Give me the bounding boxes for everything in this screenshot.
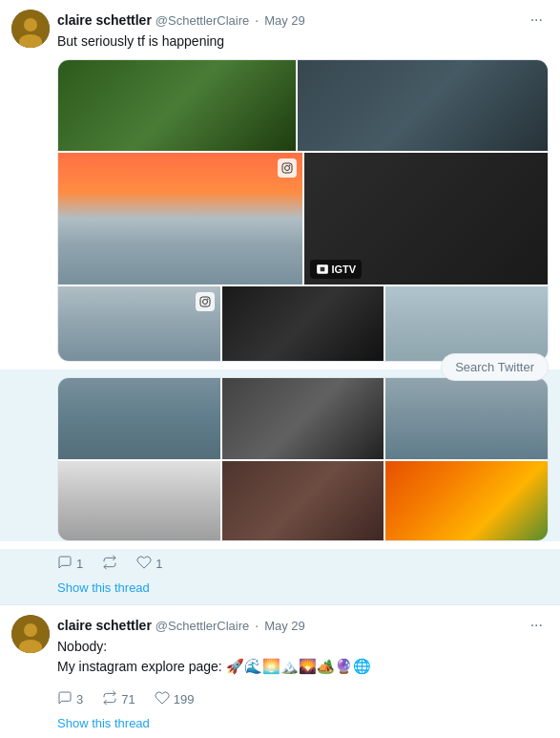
like-count-1: 1	[156, 557, 162, 571]
tweet-1: claire schettler @SchettlerClaire · May …	[0, 0, 560, 605]
show-thread-2[interactable]: Show this thread	[57, 712, 549, 738]
tweet-date-1: May 29	[264, 13, 305, 28]
more-options-2[interactable]: ···	[525, 615, 549, 636]
svg-rect-8	[200, 297, 210, 306]
user-handle-1[interactable]: @SchettlerClaire	[156, 13, 249, 28]
tweet-2: claire schettler @SchettlerClaire · May …	[0, 605, 560, 738]
igtv-label: IGTV	[332, 264, 357, 275]
svg-point-4	[284, 165, 289, 170]
media-cell-building3[interactable]	[384, 378, 548, 459]
media-cell-mountains[interactable]	[58, 153, 302, 285]
media-cell-interior2[interactable]	[220, 378, 384, 459]
avatar-1[interactable]	[11, 10, 50, 48]
svg-rect-3	[282, 163, 292, 173]
retweet-count-2: 71	[121, 692, 135, 706]
media-cell-tall-building[interactable]	[58, 286, 220, 361]
action-bar-2: 3 71 199	[57, 685, 549, 712]
svg-point-10	[207, 298, 209, 300]
like-button-2[interactable]: 199	[155, 690, 195, 708]
tweet-text-1: But seriously tf is happening	[57, 32, 549, 52]
media-grid-1: IGTV	[57, 59, 549, 362]
media-cell-igtv[interactable]: IGTV	[302, 153, 549, 285]
tweet-date-2: May 29	[264, 619, 305, 633]
tweet-emojis-2: 🚀🌊🌅🏔️🌄🏕️🔮🌐	[226, 658, 371, 674]
avatar-2[interactable]	[11, 615, 50, 653]
media-cell-building2[interactable]	[384, 286, 548, 361]
reply-icon-1	[57, 555, 73, 573]
retweet-icon-1	[102, 555, 117, 573]
svg-point-5	[289, 164, 291, 166]
media-cell-drawing[interactable]	[296, 60, 548, 151]
instagram-badge-2	[196, 292, 215, 311]
reply-count-2: 3	[76, 692, 83, 706]
retweet-button-1[interactable]	[102, 555, 117, 573]
more-options-1[interactable]: ···	[525, 10, 549, 31]
media-cell-forest[interactable]	[58, 60, 296, 151]
reply-icon-2	[57, 690, 73, 708]
user-name-2[interactable]: claire schettler	[57, 618, 152, 633]
svg-rect-7	[320, 266, 324, 271]
instagram-badge-1	[278, 158, 297, 178]
media-cell-wheel[interactable]	[220, 286, 384, 361]
media-cell-statue[interactable]	[58, 378, 220, 459]
retweet-icon-2	[102, 690, 117, 708]
media-grid-1b	[0, 369, 560, 541]
heart-icon-2	[155, 690, 170, 708]
action-bar-1: 1 1	[57, 549, 549, 577]
dot-sep-2: ·	[255, 618, 259, 633]
tweet-text-2: Nobody: My instagram explore page: 🚀🌊🌅🏔️…	[57, 638, 549, 677]
like-count-2: 199	[174, 692, 195, 706]
svg-point-9	[202, 299, 207, 304]
show-thread-1[interactable]: Show this thread	[57, 577, 549, 604]
like-button-1[interactable]: 1	[136, 555, 162, 573]
retweet-button-2[interactable]: 71	[102, 690, 135, 708]
user-name-1[interactable]: claire schettler	[57, 12, 152, 28]
search-twitter-button[interactable]: Search Twitter	[441, 353, 549, 381]
svg-point-1	[24, 18, 37, 32]
svg-point-12	[24, 623, 37, 637]
reply-count-1: 1	[76, 557, 83, 571]
user-handle-2[interactable]: @SchettlerClaire	[156, 619, 249, 633]
heart-icon-1	[136, 555, 152, 573]
igtv-overlay: IGTV	[310, 260, 363, 279]
tweet-1-header: claire schettler @SchettlerClaire · May …	[57, 10, 549, 31]
action-bar-1-wrapper: 1 1 Show this thread	[0, 549, 560, 604]
reply-button-2[interactable]: 3	[57, 690, 83, 708]
action-bar-2-wrapper: 3 71 199 Show this thread	[0, 685, 560, 738]
media-cell-colorful[interactable]	[384, 461, 548, 540]
tweet-2-header: claire schettler @SchettlerClaire · May …	[57, 615, 549, 636]
dot-sep-1: ·	[255, 12, 259, 28]
tweet-2-content: claire schettler @SchettlerClaire · May …	[57, 615, 549, 685]
tweet-1-content: claire schettler @SchettlerClaire · May …	[57, 10, 549, 369]
reply-button-1[interactable]: 1	[57, 555, 83, 573]
media-cell-portrait[interactable]	[58, 461, 220, 540]
media-cell-detail[interactable]	[220, 461, 384, 540]
